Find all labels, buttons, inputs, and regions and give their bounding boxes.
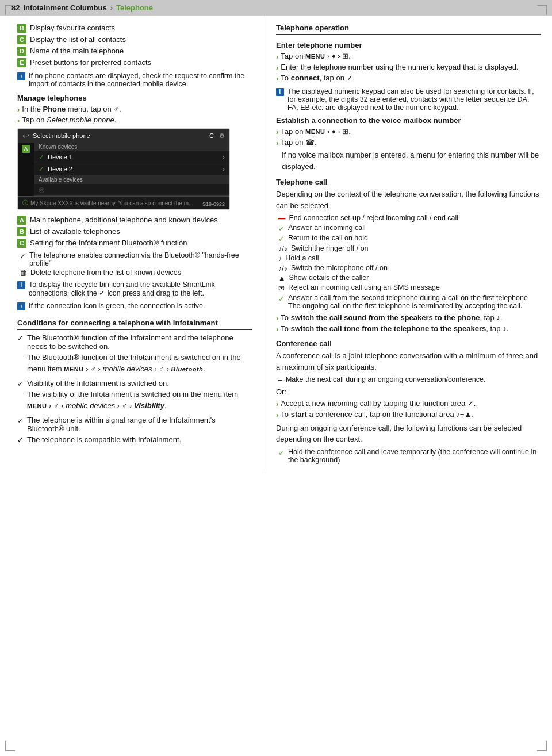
device-1-info: ✓ Device 1: [39, 153, 72, 161]
conference-accept-text: Accept a new incoming call by tapping th…: [281, 399, 476, 408]
topbar-right: C ⚙: [209, 132, 225, 140]
badge-item-d: D Name of the main telephone: [17, 47, 252, 56]
call-item-return: ✓ Return to the call on hold: [276, 234, 540, 243]
caller-icon: ▲: [278, 274, 285, 282]
check-3: ✓: [17, 416, 24, 425]
phone-check-icon-1: ✓: [39, 153, 44, 161]
enter-number-heading: Enter telephone number: [276, 41, 540, 49]
legend-b-text: List of available telephones: [30, 227, 120, 236]
topbar-left: ↩ Select mobile phone: [22, 131, 90, 140]
arrow-enter-1: ›: [276, 52, 278, 61]
conference-make-text: Make the next call during an ongoing con…: [286, 375, 485, 383]
condition-2: ✓ Visibility of the Infotainment is swit…: [17, 379, 252, 413]
breadcrumb-section: Telephone: [116, 3, 153, 12]
bottom-bar-content: ⓘ My Skoda XXXX is visible nearby. You c…: [22, 199, 225, 207]
check-1: ✓: [17, 334, 24, 343]
tick-item-1: ✓ The telephone enables connection via t…: [17, 251, 252, 267]
condition-1-main: The Bluetooth® function of the Infotainm…: [27, 333, 233, 351]
enter-text-2: Enter the telephone number using the num…: [281, 63, 518, 71]
phone-screen: ↩ Select mobile phone C ⚙ A: [18, 129, 229, 209]
tick-item-2: 🗑 Delete telephone from the list of know…: [17, 268, 252, 277]
enter-step-3: › To connect, tap on ✓.: [276, 74, 540, 83]
badge-e: E: [17, 58, 26, 67]
main-content: B Display favourite contacts C Display t…: [0, 16, 552, 473]
badge-c2: C: [17, 239, 26, 248]
end-call-icon: —: [278, 214, 286, 222]
hold-icon: ♪: [278, 255, 282, 263]
voice-mailbox-heading: Establish a connection to the voice mail…: [276, 116, 540, 125]
arrow-conf-accept: ›: [276, 400, 278, 408]
conditions-list: ✓ The Bluetooth® function of the Infotai…: [17, 333, 252, 444]
tick-text-1: The telephone enables connection via the…: [29, 251, 252, 267]
sms-icon: ✉: [278, 284, 285, 293]
legend-c-text: Setting for the Infotainment Bluetooth® …: [30, 239, 187, 248]
phone-check-icon-2: ✓: [39, 165, 44, 173]
corner-mark-tl: [5, 5, 15, 15]
no-available-info: ◎: [39, 186, 44, 194]
info-box-num: i The displayed numeric keypad can also …: [276, 87, 540, 112]
call-item-return-text: Return to the call on hold: [288, 234, 368, 242]
device-1-name: Device 1: [48, 153, 72, 160]
call-item-ringer: ♪/♪ Switch the ringer off / on: [276, 244, 540, 253]
conference-make-next: – Make the next call during an ongoing c…: [276, 375, 540, 384]
manage-item-1: › In the Phone menu, tap on ♂.: [17, 105, 252, 114]
call-item-hold-text: Hold a call: [285, 254, 319, 262]
voice-text-1: Tap on MENU › ♦ › ⊞.: [281, 127, 350, 136]
tick-icon-1: ✓: [20, 252, 26, 260]
arrow-enter-2: ›: [276, 63, 278, 72]
device-2-row: ✓ Device 2 ›: [34, 163, 229, 175]
hold-conference-text: Hold the conference call and leave tempo…: [288, 448, 540, 464]
call-item-second-content: Answer a call from the second telephone …: [288, 294, 528, 310]
header-title: Infotainment Columbus: [23, 3, 106, 12]
check-2: ✓: [17, 379, 24, 388]
call-item-sms: ✉ Reject an incoming call using an SMS m…: [276, 283, 540, 293]
badge-item-b: B Display favourite contacts: [17, 24, 252, 33]
tel-call-heading: Telephone call: [276, 178, 540, 186]
device-1-row: ✓ Device 1 ›: [34, 151, 229, 163]
answer-icon: ✓: [278, 224, 285, 233]
condition-3: ✓ The telephone is within signal range o…: [17, 416, 252, 433]
info-icon-small: ⓘ: [22, 199, 28, 207]
voice-step-2: › Tap on ☎.: [276, 138, 540, 147]
switch-sound-item: › To switch the call sound from the spea…: [276, 313, 540, 323]
badge-c-text: Display the list of all contacts: [30, 35, 126, 44]
condition-1-sub: The Bluetooth® function of the Infotainm…: [27, 352, 252, 374]
phone-bottom-bar: ⓘ My Skoda XXXX is visible nearby. You c…: [18, 196, 229, 209]
tick-text-2: Delete telephone from the list of known …: [30, 268, 181, 277]
ringer-icon: ♪/♪: [278, 245, 288, 253]
call-item-mic: ♪/♪ Switch the microphone off / on: [276, 264, 540, 273]
phone-content: A Known devices ✓ Device 1 ›: [18, 143, 229, 196]
dash-icon-conf: –: [278, 376, 282, 384]
call-item-end-text: End connection set-up / reject incoming …: [289, 214, 459, 222]
legend-abc: A Main telephone, additional telephone a…: [17, 216, 252, 248]
hold-conf-icon: ✓: [278, 448, 285, 457]
ongoing-conference-text: During an ongoing conference call, the f…: [276, 423, 540, 445]
voice-text-2: Tap on ☎.: [281, 138, 316, 147]
tick-items: ✓ The telephone enables connection via t…: [17, 251, 252, 277]
left-column: B Display favourite contacts C Display t…: [0, 16, 264, 473]
phone-badge-a: A: [22, 145, 30, 153]
badge-d-text: Name of the main telephone: [30, 47, 124, 56]
page-header: 82 Infotainment Columbus › Telephone: [0, 0, 552, 16]
call-item-answer: ✓ Answer an incoming call: [276, 224, 540, 233]
condition-4: ✓ The telephone is compatible with Infot…: [17, 435, 252, 444]
section-known-devices: Known devices: [34, 143, 229, 151]
condition-1: ✓ The Bluetooth® function of the Infotai…: [17, 333, 252, 377]
call-item-second: ✓ Answer a call from the second telephon…: [276, 294, 540, 310]
info-icon-3: i: [17, 302, 25, 310]
call-items-list: — End connection set-up / reject incomin…: [276, 214, 540, 310]
info-text-1: If no phone contacts are displayed, chec…: [29, 72, 252, 88]
enter-step-1: › Tap on MENU › ♦ › ⊞.: [276, 52, 540, 61]
phone-screen-mockup: ↩ Select mobile phone C ⚙ A: [17, 128, 230, 210]
topbar-icon-bluetooth: ⚙: [219, 132, 225, 139]
info-text-num: The displayed numeric keypad can also be…: [288, 87, 540, 112]
bottom-bar-text: My Skoda XXXX is visible nearby. You can…: [30, 200, 193, 206]
back-icon: ↩: [22, 131, 29, 140]
call-item-sms-text: Reject an incoming call using an SMS mes…: [288, 283, 440, 291]
mic-icon: ♪/♪: [278, 264, 288, 273]
tel-call-intro: Depending on the context of the telephon…: [276, 189, 540, 211]
device-2-info: ✓ Device 2: [39, 165, 72, 173]
badge-d: D: [17, 47, 26, 56]
call-item-second-line2: The ongoing call on the first telephone …: [288, 302, 528, 310]
manage-item-2: › Tap on Select mobile phone.: [17, 116, 252, 125]
